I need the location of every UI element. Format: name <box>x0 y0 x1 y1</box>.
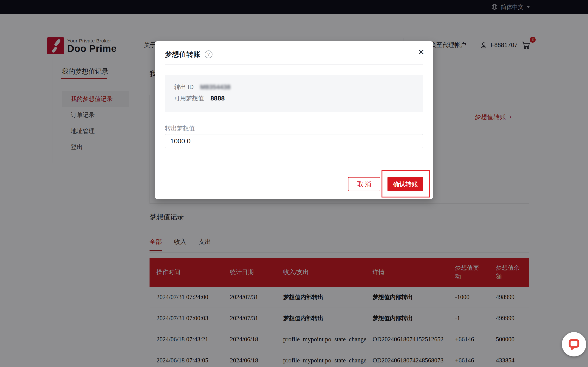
cancel-button[interactable]: 取 消 <box>348 177 380 191</box>
chat-bubble-icon <box>567 338 581 351</box>
close-icon[interactable]: ✕ <box>418 48 425 56</box>
live-chat-button[interactable] <box>562 332 586 357</box>
transfer-amount-input[interactable] <box>165 134 423 148</box>
annotation-highlight-box <box>381 170 430 198</box>
available-dream-value: 8888 <box>210 95 225 102</box>
screen: 简体中文 Your Private Broker Doo Prime 关于理想家… <box>0 0 588 367</box>
modal-title: 梦想值转账 ? <box>165 50 212 59</box>
help-icon[interactable]: ? <box>205 50 212 58</box>
available-dream-value-label: 可用梦想值 <box>174 94 204 102</box>
transfer-amount-label: 转出梦想值 <box>165 124 195 132</box>
transfer-info-box: 转出 ID M8354438 可用梦想值 8888 <box>165 75 423 112</box>
transfer-id-label: 转出 ID <box>174 83 194 91</box>
transfer-id-value: M8354438 <box>200 83 230 91</box>
